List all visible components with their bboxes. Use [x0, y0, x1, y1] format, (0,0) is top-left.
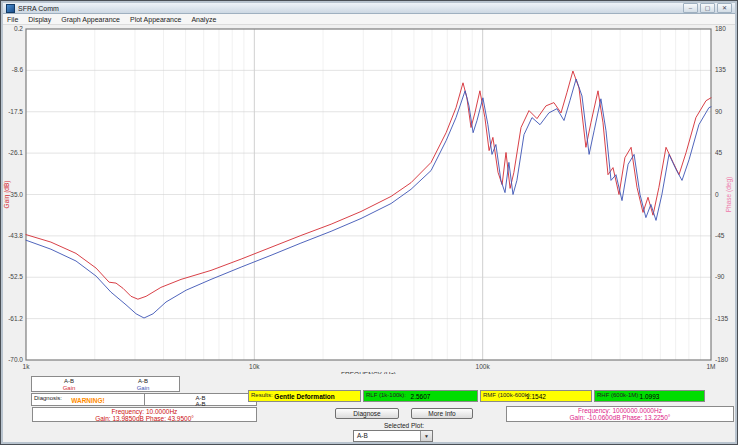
- svg-text:-61.2: -61.2: [8, 315, 23, 322]
- y-axis-title-right: Phase (deg): [725, 177, 733, 212]
- cursor-right-frequency: Frequency: 1000000.0000Hz: [507, 407, 733, 414]
- window-controls: – ▢ ✕: [683, 3, 732, 13]
- selected-plot-value: A-B: [357, 432, 368, 439]
- rhf-box: RHF (600k-1M): 1.0993: [594, 390, 705, 402]
- rmf-box: RMF (100k-600k): 1.1542: [480, 390, 592, 402]
- svg-text:100k: 100k: [476, 363, 491, 370]
- cursor-readout-left: Frequency: 10.0000Hz Gain: 13.9850dB Pha…: [32, 407, 257, 422]
- results-value: Gentle Deformation: [249, 393, 360, 400]
- svg-text:45: 45: [715, 149, 723, 156]
- legend-plot-name-2: A-B: [106, 378, 180, 384]
- diagnosis-cell: Diagnosis: WARNING!: [32, 394, 145, 405]
- svg-text:-180: -180: [715, 356, 728, 363]
- svg-text:-135: -135: [715, 315, 728, 322]
- menu-plot-appearance[interactable]: Plot Appearance: [130, 16, 181, 23]
- svg-text:0: 0: [715, 191, 719, 198]
- frequency-response-chart: 0.2-8.6-17.5-26.1-35.0-43.8-52.5-61.2-70…: [1, 24, 738, 374]
- svg-text:-43.8: -43.8: [8, 232, 23, 239]
- svg-text:-70.0: -70.0: [8, 356, 23, 363]
- x-axis-title: FREQUENCY (Hz): [341, 371, 396, 374]
- svg-text:135: 135: [715, 66, 726, 73]
- rhf-value: 1.0993: [595, 393, 704, 400]
- selected-plot-label: Selected Plot:: [335, 422, 473, 429]
- y-axis-title-left: Gain (dB): [3, 181, 11, 209]
- legend-trace-name-1: Gain: [32, 385, 106, 391]
- menu-file[interactable]: File: [7, 16, 18, 23]
- selected-plot-dropdown[interactable]: A-B ▼: [353, 430, 433, 442]
- legend-column-1: A-B Gain: [32, 377, 106, 391]
- legend-column-2: A-B Gain: [106, 377, 180, 391]
- close-button[interactable]: ✕: [717, 3, 732, 13]
- cursor-left-gain-phase: Gain: 13.9850dB Phase: 43.9500°: [33, 415, 256, 422]
- diagnosis-box: Diagnosis: WARNING! A-B A-B: [31, 393, 257, 406]
- results-box: Results: Gentle Deformation: [248, 390, 361, 402]
- svg-text:90: 90: [715, 108, 723, 115]
- chart-canvas: 0.2-8.6-17.5-26.1-35.0-43.8-52.5-61.2-70…: [1, 24, 738, 374]
- svg-text:180: 180: [715, 25, 726, 32]
- legend-plot-name-1: A-B: [32, 378, 106, 384]
- svg-text:1M: 1M: [706, 363, 715, 370]
- legend-box: A-B Gain A-B Gain: [31, 376, 180, 392]
- minimize-button[interactable]: –: [683, 3, 698, 13]
- legend-trace-name-2: Gain: [106, 385, 180, 391]
- maximize-button[interactable]: ▢: [700, 3, 715, 13]
- chevron-down-icon[interactable]: ▼: [420, 431, 432, 441]
- svg-text:-8.6: -8.6: [12, 66, 24, 73]
- svg-text:-90: -90: [715, 273, 725, 280]
- svg-text:0.2: 0.2: [14, 25, 23, 32]
- cursor-left-frequency: Frequency: 10.0000Hz: [33, 408, 256, 415]
- rlf-value: 2.5607: [364, 393, 477, 400]
- app-icon: [6, 4, 15, 13]
- svg-text:-26.1: -26.1: [8, 149, 23, 156]
- diagnosis-value: WARNING!: [32, 397, 144, 404]
- svg-text:10k: 10k: [249, 363, 260, 370]
- app-window: SFRA Comm – ▢ ✕ File Display Graph Appea…: [0, 0, 738, 445]
- cursor-readout-right: Frequency: 1000000.0000Hz Gain: -10.0600…: [506, 406, 734, 422]
- rlf-box: RLF (1k-100k): 2.5607: [363, 390, 478, 402]
- svg-text:1k: 1k: [23, 363, 31, 370]
- title-bar: SFRA Comm – ▢ ✕: [3, 3, 735, 14]
- rmf-value: 1.1542: [481, 393, 591, 400]
- svg-text:-52.5: -52.5: [8, 273, 23, 280]
- menu-analyze[interactable]: Analyze: [191, 16, 216, 23]
- menu-graph-appearance[interactable]: Graph Appearance: [61, 16, 120, 23]
- svg-text:-45: -45: [715, 232, 725, 239]
- diagnosis-plot-list: A-B A-B: [145, 394, 256, 405]
- svg-text:-17.5: -17.5: [8, 108, 23, 115]
- more-info-button[interactable]: More Info: [411, 408, 473, 419]
- svg-text:-35.0: -35.0: [8, 191, 23, 198]
- window-title: SFRA Comm: [18, 5, 59, 12]
- cursor-right-gain-phase: Gain: -10.0600dB Phase: 13.2250°: [507, 414, 733, 421]
- menu-display[interactable]: Display: [28, 16, 51, 23]
- diagnose-button[interactable]: Diagnose: [335, 408, 399, 419]
